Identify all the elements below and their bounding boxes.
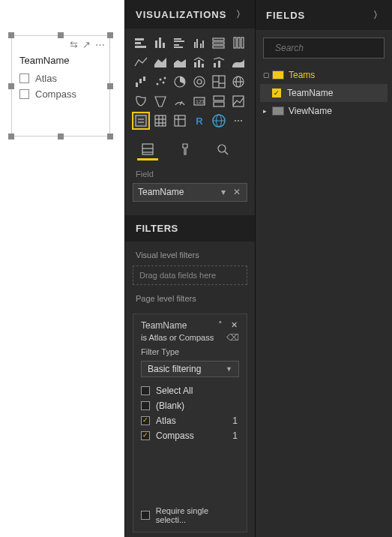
resize-handle[interactable] [8,83,14,89]
kpi-visual-icon[interactable] [230,93,247,110]
resize-handle[interactable] [8,32,14,38]
fields-panel: FIELDS 〉 ▢ Teams TeamName ▸ ViewName [255,0,392,537]
area-chart-icon[interactable] [152,54,169,70]
fields-header[interactable]: FIELDS 〉 [256,0,392,30]
format-tab-icon[interactable] [175,140,196,160]
checkbox-icon[interactable] [141,386,150,395]
map-icon[interactable] [230,74,247,90]
chevron-right-icon[interactable]: 〉 [236,8,246,21]
checkbox-icon[interactable] [141,431,150,440]
resize-handle[interactable] [107,134,113,140]
svg-point-32 [163,82,165,84]
slicer-mode-icon[interactable]: ↗ [82,39,91,50]
svg-rect-19 [241,38,244,48]
filter-option[interactable]: Atlas 1 [141,413,239,428]
import-visual-icon[interactable]: ⋯ [230,112,247,129]
svg-point-31 [160,79,162,81]
slicer-more-icon[interactable]: ⋯ [95,39,105,50]
filter-type-select[interactable]: Basic filtering ▼ [141,361,239,377]
require-single-selection[interactable]: Require single selecti... [141,499,239,532]
multi-row-card-icon[interactable] [211,93,227,110]
visualizations-header[interactable]: VISUALIZATIONS 〉 [125,0,255,28]
chevron-right-icon[interactable]: 〉 [373,9,383,22]
hundred-percent-bar-icon[interactable] [211,34,227,51]
clear-filter-icon[interactable]: ⌫ [226,332,239,343]
filter-summary: is Atlas or Compass [141,333,214,342]
funnel-chart-icon[interactable] [152,93,169,110]
filter-option[interactable]: Select All [141,383,239,398]
ribbon-chart-icon[interactable] [230,54,247,70]
filter-option[interactable]: (Blank) [141,398,239,413]
hundred-percent-column-icon[interactable] [230,34,247,51]
filter-option-count: 1 [232,430,239,441]
slicer-visual[interactable]: ⇆ ↗ ⋯ TeamName Atlas Compass [11,35,110,136]
stacked-area-chart-icon[interactable] [172,54,188,70]
svg-rect-5 [163,43,165,48]
table-node[interactable]: ▢ Teams [260,66,388,84]
slicer-clear-icon[interactable]: ⇆ [70,39,78,50]
pie-chart-icon[interactable] [172,74,188,90]
line-chart-icon[interactable] [133,54,149,70]
svg-rect-22 [194,62,196,68]
clustered-column-chart-icon[interactable] [191,34,208,51]
field-node[interactable]: ▸ ViewName [260,102,388,120]
search-input[interactable] [275,43,388,53]
chevron-down-icon[interactable]: ▾ [218,187,229,197]
combo-chart-icon[interactable] [191,54,208,70]
viz-options-tabs [125,135,255,160]
field-well[interactable]: TeamName ▾ ✕ [133,183,247,201]
report-canvas[interactable]: ⇆ ↗ ⋯ TeamName Atlas Compass [0,0,124,537]
treemap-icon[interactable] [211,74,227,90]
scatter-chart-icon[interactable] [152,74,169,90]
resize-handle[interactable] [8,134,14,140]
slicer-visual-icon[interactable] [133,112,149,129]
fields-search[interactable] [263,38,385,58]
waterfall-chart-icon[interactable] [133,74,149,90]
stacked-column-chart-icon[interactable] [152,34,169,51]
svg-point-33 [164,77,166,80]
filter-option[interactable]: Compass 1 [141,428,239,443]
table-visual-icon[interactable] [152,112,169,129]
checkbox-icon[interactable] [19,74,29,83]
combo-line-column-icon[interactable] [211,54,227,70]
visual-level-filters-label: Visual level filters [125,242,255,266]
checkbox-icon[interactable] [141,511,150,520]
collapse-filter-icon[interactable]: ˄ [215,320,226,330]
slicer-title: TeamName [12,55,109,70]
svg-rect-13 [202,40,204,48]
svg-point-30 [157,83,159,86]
resize-handle[interactable] [107,83,113,89]
remove-field-icon[interactable]: ✕ [232,187,242,197]
visual-level-dropzone[interactable]: Drag data fields here [133,266,247,285]
gauge-chart-icon[interactable] [172,93,188,110]
table-icon [272,70,284,80]
card-visual-icon[interactable]: 123 [191,93,208,110]
resize-handle[interactable] [58,32,64,38]
field-checkbox[interactable] [272,88,281,98]
remove-filter-icon[interactable]: ✕ [229,320,239,330]
resize-handle[interactable] [107,32,113,38]
expand-icon[interactable]: ▢ [263,71,271,79]
analytics-tab-icon[interactable] [212,140,233,160]
filter-option-label: Atlas [156,416,176,426]
svg-rect-25 [214,63,216,68]
checkbox-icon[interactable] [19,89,29,99]
matrix-visual-icon[interactable] [172,112,188,129]
donut-chart-icon[interactable] [191,74,208,90]
arcgis-map-icon[interactable] [211,112,227,129]
expand-icon[interactable]: ▸ [263,107,271,115]
slicer-option[interactable]: Atlas [12,70,109,86]
clustered-bar-chart-icon[interactable] [172,34,188,51]
svg-rect-1 [135,42,141,44]
fields-tab-icon[interactable] [137,140,158,160]
svg-rect-27 [136,82,138,87]
resize-handle[interactable] [58,134,64,140]
slicer-option[interactable]: Compass [12,86,109,102]
filled-map-icon[interactable] [133,93,149,110]
checkbox-icon[interactable] [141,401,150,410]
field-node[interactable]: TeamName [260,84,388,102]
svg-rect-3 [155,40,157,48]
checkbox-icon[interactable] [141,416,150,425]
r-visual-icon[interactable]: R [191,112,208,129]
stacked-bar-chart-icon[interactable] [133,34,149,51]
